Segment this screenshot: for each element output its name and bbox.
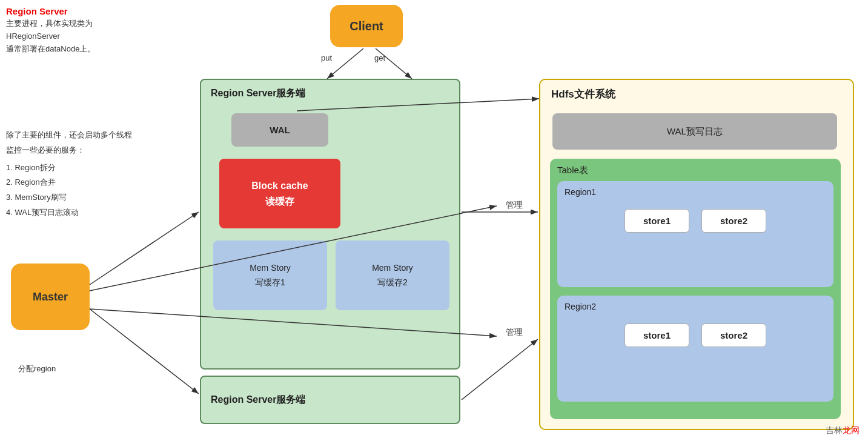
client-box: Client [330,5,403,47]
mem-story-container: Mem Story 写缓存1 Mem Story 写缓存2 [213,240,449,310]
region1-label: Region1 [565,187,826,197]
mem-story-box-2: Mem Story 写缓存2 [336,240,449,310]
region-server-main-title: Region Server服务端 [201,80,459,104]
region2-label: Region2 [565,302,826,311]
region2-store-row: store1 store2 [565,323,826,347]
watermark: 吉林龙网 [826,425,860,436]
svg-line-2 [327,48,363,79]
wal-log-box: WAL预写日志 [552,113,837,150]
hdfs-title: Hdfs文件系统 [540,80,853,108]
manage-label-2: 管理 [506,327,523,338]
mem-story-box-1: Mem Story 写缓存1 [213,240,327,310]
region-server-title: Region Server [6,6,139,16]
hdfs-panel: Hdfs文件系统 WAL预写日志 Table表 Region1 store1 s… [539,79,854,430]
region-server-bottom-box: Region Server服务端 [200,376,460,424]
block-cache-box: Block cache 读缓存 [219,159,340,228]
region2-store1: store1 [624,323,689,347]
list-section: 除了主要的组件，还会启动多个线程监控一些必要的服务： 1. Region拆分 2… [6,128,139,220]
region1-store2: store2 [701,209,766,233]
table-section: Table表 Region1 store1 store2 Region2 sto… [550,159,841,419]
region2-box: Region2 store1 store2 [557,296,833,402]
left-panel: Region Server 主要进程，具体实现类为HRegionServer 通… [6,6,139,220]
region1-store1: store1 [624,209,689,233]
region-server-main-box: Region Server服务端 WAL Block cache 读缓存 Mem… [200,79,460,370]
put-label: put [321,53,332,62]
allocate-region-label: 分配region [18,363,56,374]
subtitle: 主要进程，具体实现类为HRegionServer 通常部署在dataNode上。 [6,18,139,55]
manage-label-1: 管理 [506,200,523,211]
svg-line-8 [90,309,199,394]
wal-box: WAL [231,113,328,147]
region1-box: Region1 store1 store2 [557,181,833,287]
svg-line-6 [462,339,538,400]
master-box: Master [11,264,90,330]
table-label: Table表 [557,165,833,176]
get-label: get [374,53,385,62]
svg-line-7 [90,212,199,285]
region1-store-row: store1 store2 [565,209,826,233]
region2-store2: store2 [701,323,766,347]
